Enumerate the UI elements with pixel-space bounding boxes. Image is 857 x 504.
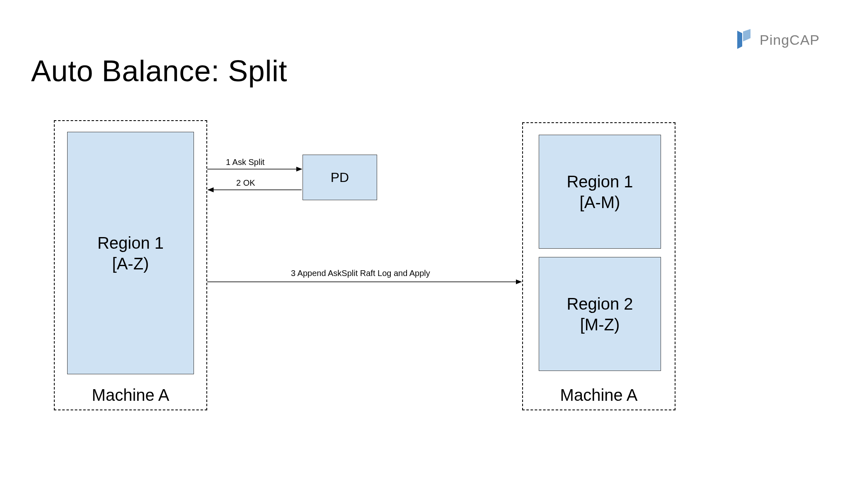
- region-1-right-name: Region 1: [566, 171, 633, 192]
- pd-label: PD: [331, 170, 349, 185]
- machine-a-left-label: Machine A: [55, 386, 206, 405]
- machine-a-right-label: Machine A: [523, 386, 675, 405]
- region-1-left: Region 1 [A-Z): [67, 132, 194, 374]
- arrow-label-ok: 2 OK: [236, 178, 255, 188]
- arrow-label-append-apply: 3 Append AskSplit Raft Log and Apply: [291, 269, 430, 278]
- pingcap-logo: PingCAP: [735, 29, 820, 51]
- region-1-right: Region 1 [A-M): [539, 135, 661, 249]
- region-1-left-name: Region 1: [97, 233, 164, 253]
- pingcap-logo-text: PingCAP: [760, 32, 820, 48]
- pd-box: PD: [303, 155, 377, 200]
- region-1-right-range: [A-M): [580, 192, 620, 213]
- region-2-right-range: [M-Z): [580, 314, 620, 335]
- region-2-right: Region 2 [M-Z): [539, 257, 661, 371]
- pingcap-logo-icon: [735, 29, 753, 51]
- arrow-label-ask-split: 1 Ask Split: [226, 158, 264, 167]
- region-2-right-name: Region 2: [566, 293, 633, 314]
- region-1-left-range: [A-Z): [112, 253, 149, 274]
- slide-title: Auto Balance: Split: [31, 54, 287, 88]
